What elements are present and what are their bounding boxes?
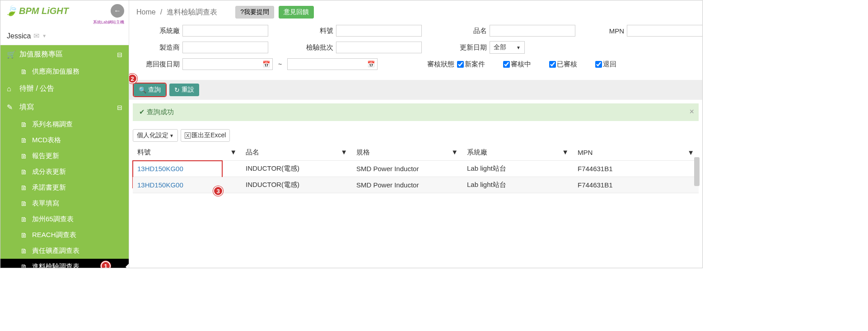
filter-icon[interactable]: ▼	[230, 148, 237, 156]
pn-link[interactable]: 13HD150KG00	[137, 165, 183, 172]
filter-form: 系統廠 料號 品名 MPN 製造商 檢驗批次 更新日期 全部 應回復日期 📅 ~…	[129, 23, 702, 80]
cell-system: Lab light站台	[462, 177, 573, 193]
calendar-icon[interactable]: 📅	[367, 61, 375, 68]
filter-icon[interactable]: ▼	[341, 148, 347, 156]
table-row: 13HD150KG00INDUCTOR(電感)SMD Power Inducto…	[133, 161, 699, 177]
filter-icon[interactable]: ▼	[687, 149, 694, 156]
cart-icon: 🛒	[7, 50, 19, 59]
file-icon: 🗎	[20, 247, 28, 255]
nav-item-minerals[interactable]: 🗎責任礦產調查表	[0, 243, 129, 259]
collapse-sidebar-button[interactable]: ←	[111, 4, 124, 18]
calendar-icon[interactable]: 📅	[262, 61, 270, 68]
sidebar: 🍃 BPM LiGHT ← 系統Lab網站主機 Jessica ✉ ▼ 🛒 加值…	[0, 0, 129, 268]
scrollbar-vertical[interactable]	[694, 157, 700, 186]
chk-reviewing[interactable]: 審核中	[503, 60, 546, 69]
user-name: Jessica	[7, 32, 31, 40]
pn-link[interactable]: 13HD150KG00	[137, 181, 183, 189]
callout-marker-1: 1	[101, 261, 111, 268]
col-pn[interactable]: 料號▼	[133, 145, 241, 161]
file-icon: 🗎	[20, 152, 28, 160]
alert-close-button[interactable]: ×	[689, 107, 694, 117]
input-lot[interactable]	[336, 42, 422, 53]
caret-down-icon: ▼	[169, 133, 174, 138]
nav-item-prop65[interactable]: 🗎加州65調查表	[0, 211, 129, 227]
nav-section-todo[interactable]: ⌂ 待辦 / 公告	[0, 79, 129, 98]
chk-approved[interactable]: 已審核	[549, 60, 593, 69]
logo: 🍃 BPM LiGHT	[5, 5, 111, 17]
file-icon: 🗎	[20, 68, 28, 75]
callout-marker-2: 2	[129, 74, 137, 84]
feedback-button[interactable]: 意見回饋	[279, 6, 314, 19]
col-name[interactable]: 品名▼	[241, 145, 352, 161]
label-name: 品名	[443, 27, 487, 35]
file-icon: 🗎	[20, 136, 28, 144]
cell-name: INDUCTOR(電感)	[241, 177, 352, 193]
nav-item-reach[interactable]: 🗎REACH調查表	[0, 227, 129, 243]
home-icon: ⌂	[7, 85, 19, 93]
file-icon: 🗎	[20, 184, 28, 191]
input-system[interactable]	[182, 25, 268, 37]
nav-item-series[interactable]: 🗎系列名稱調查	[0, 117, 129, 132]
check-icon: ✔	[139, 108, 145, 116]
label-status: 審核狀態	[411, 60, 454, 69]
personalize-dropdown[interactable]: 個人化設定▼	[133, 129, 178, 142]
nav-item-report[interactable]: 🗎報告更新	[0, 148, 129, 164]
label-maker: 製造商	[136, 43, 180, 52]
input-pn[interactable]	[336, 25, 422, 37]
ask-button[interactable]: ?我要提問	[235, 6, 274, 19]
table-toolbar: 個人化設定▼ X匯出至Excel	[129, 125, 702, 145]
label-pn: 料號	[290, 27, 333, 35]
label-due: 應回復日期	[136, 60, 180, 69]
minus-icon: ⊟	[117, 104, 122, 111]
input-name[interactable]	[490, 25, 575, 37]
label-updated: 更新日期	[443, 43, 487, 52]
nav-item-supplier-value[interactable]: 🗎 供應商加值服務	[0, 64, 129, 79]
mail-icon: ✉	[33, 32, 39, 40]
col-spec[interactable]: 規格▼	[352, 145, 462, 161]
cell-name: INDUCTOR(電感)	[241, 161, 352, 177]
cell-spec: SMD Power Inductor	[352, 161, 462, 177]
input-due-to[interactable]	[287, 58, 378, 70]
chk-rejected[interactable]: 退回	[595, 60, 639, 69]
excel-icon: X	[185, 132, 191, 139]
nav-item-form[interactable]: 🗎表單填寫	[0, 196, 129, 211]
filter-icon[interactable]: ▼	[451, 148, 458, 156]
caret-down-icon: ▼	[42, 33, 47, 38]
search-icon: 🔍	[139, 86, 146, 93]
breadcrumb-home[interactable]: Home	[136, 8, 156, 16]
col-mpn[interactable]: MPN▼	[573, 145, 699, 161]
col-system[interactable]: 系統廠▼	[462, 145, 573, 161]
search-button[interactable]: 🔍查詢	[134, 84, 166, 96]
callout-marker-3: 3	[213, 186, 223, 196]
filter-icon[interactable]: ▼	[562, 148, 569, 156]
nav-section-value[interactable]: 🛒 加值服務專區 ⊟	[0, 45, 129, 64]
nav-section-fill[interactable]: ✎ 填寫 ⊟	[0, 98, 129, 117]
label-system: 系統廠	[136, 27, 180, 35]
chk-new[interactable]: 新案件	[457, 60, 500, 69]
input-mpn[interactable]	[627, 25, 702, 37]
reset-button[interactable]: ↻重設	[169, 84, 199, 96]
label-lot: 檢驗批次	[290, 43, 333, 52]
alert-success: ✔ 查詢成功 ×	[133, 103, 699, 121]
main: Home / 進料檢驗調查表 ?我要提問 意見回饋 系統廠 料號 品名 MPN …	[129, 0, 702, 268]
nav-item-ingredient[interactable]: 🗎成分表更新	[0, 164, 129, 180]
export-excel-button[interactable]: X匯出至Excel	[181, 129, 230, 142]
breadcrumb-current: 進料檢驗調查表	[167, 8, 217, 17]
input-due-from[interactable]	[182, 58, 273, 70]
nav-item-incoming-inspection[interactable]: 🗎進料檢驗調查表 1	[0, 259, 129, 268]
action-bar: 2 🔍查詢 ↻重設	[129, 80, 702, 100]
nav: 🛒 加值服務專區 ⊟ 🗎 供應商加值服務 ⌂ 待辦 / 公告 ✎ 填寫 ⊟ 🗎系…	[0, 45, 129, 268]
select-updated[interactable]: 全部	[490, 41, 525, 54]
refresh-icon: ↻	[174, 86, 180, 93]
tilde: ~	[278, 61, 282, 68]
input-maker[interactable]	[182, 42, 268, 53]
user-row[interactable]: Jessica ✉ ▼	[0, 27, 129, 45]
minus-icon: ⊟	[117, 51, 122, 58]
nav-item-commitment[interactable]: 🗎承諾書更新	[0, 180, 129, 196]
file-icon: 🗎	[20, 200, 28, 207]
cell-system: Lab light站台	[462, 161, 573, 177]
file-icon: 🗎	[20, 121, 28, 128]
nav-item-mcd[interactable]: 🗎MCD表格	[0, 132, 129, 148]
cell-spec: SMD Power Inductor	[352, 177, 462, 193]
edit-icon: ✎	[7, 103, 19, 112]
